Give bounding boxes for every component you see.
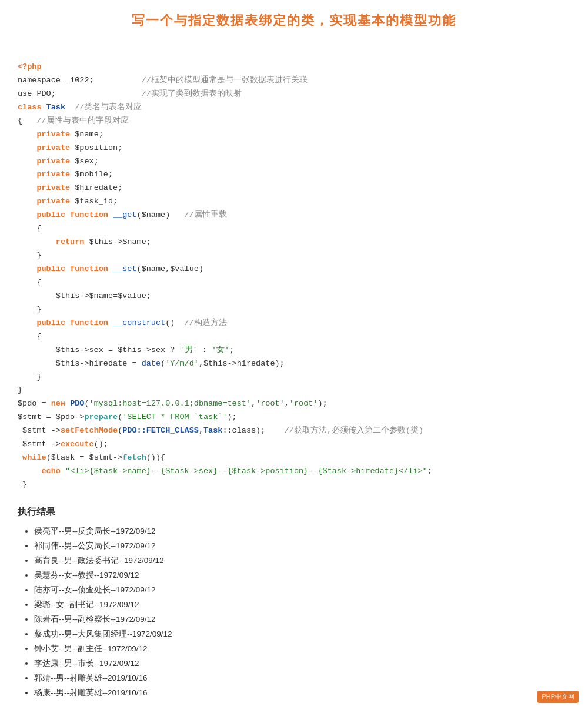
list-item: 侯亮平--男--反贪局长--1972/09/12 [34, 524, 570, 539]
list-item: 陈岩石--男--副检察长--1972/09/12 [34, 612, 570, 627]
result-list: 侯亮平--男--反贪局长--1972/09/12祁同伟--男--公安局长--19… [18, 524, 570, 701]
watermark: PHP中文网 [537, 691, 579, 703]
list-item: 钟小艾--男--副主任--1972/09/12 [34, 642, 570, 657]
list-item: 郭靖--男--射雕英雄--2019/10/16 [34, 671, 570, 686]
list-item: 梁璐--女--副书记--1972/09/12 [34, 598, 570, 612]
page-title: 写一个与指定数据表绑定的类，实现基本的模型功能 [18, 12, 570, 29]
list-item: 杨康--男--射雕英雄--2019/10/16 [34, 686, 570, 701]
list-item: 祁同伟--男--公安局长--1972/09/12 [34, 539, 570, 554]
list-item: 陆亦可--女--侦查处长--1972/09/12 [34, 583, 570, 598]
section-result-title: 执行结果 [18, 506, 570, 518]
code-container: <?php namespace _1022; //框架中的模型通常是与一张数据表… [18, 47, 570, 492]
list-item: 吴慧芬--女--教授--1972/09/12 [34, 568, 570, 583]
list-item: 李达康--男--市长--1972/09/12 [34, 657, 570, 671]
list-item: 蔡成功--男--大风集团经理--1972/09/12 [34, 627, 570, 642]
list-item: 高育良--男--政法委书记--1972/09/12 [34, 554, 570, 568]
